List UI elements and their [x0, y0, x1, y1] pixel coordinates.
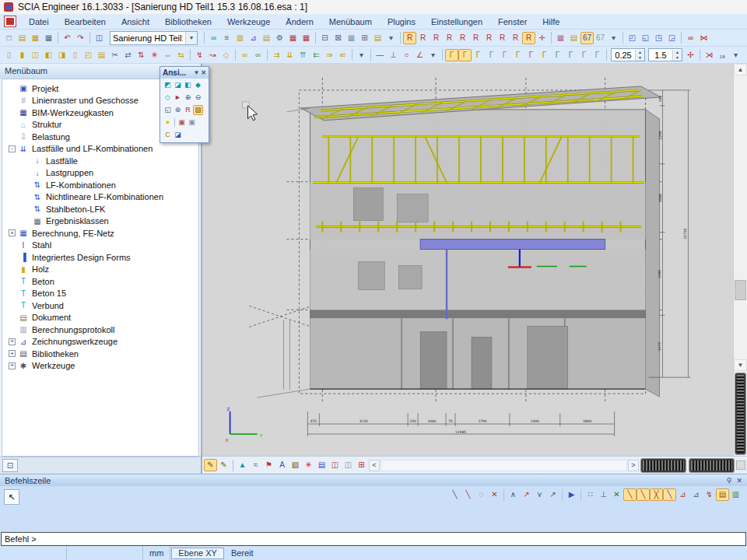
cursor-snap-icon[interactable]: ▶	[565, 488, 578, 501]
new-column-icon[interactable]: ▮	[16, 49, 29, 61]
snap-polar-icon[interactable]: ↯	[703, 488, 716, 501]
show-loads-icon[interactable]: ▧	[289, 459, 302, 471]
projection-b-icon[interactable]: ▣	[187, 117, 197, 128]
new-haunch-icon[interactable]: ▯	[68, 49, 82, 61]
calc-delete-icon[interactable]: R	[496, 32, 509, 44]
palette-close-icon[interactable]: ✕	[201, 69, 206, 76]
render-solid-icon[interactable]: ✎	[217, 459, 230, 471]
window-4-icon[interactable]: ◲	[665, 32, 679, 44]
toggle-view-b-icon[interactable]: 67	[594, 32, 607, 44]
node-branch-icon[interactable]: ⋎	[533, 488, 546, 501]
status-unit[interactable]: mm	[143, 546, 170, 560]
printer-icon[interactable]: ⊟	[318, 32, 331, 44]
show-supports-icon[interactable]: ⚑	[262, 459, 275, 471]
menu-item[interactable]: Hilfe	[535, 16, 567, 28]
free-dim-3-icon[interactable]: Γ	[472, 49, 485, 61]
tree-item[interactable]: T Verbund	[2, 299, 198, 312]
tree-item[interactable]: I Stahl	[2, 240, 198, 252]
show-volumes-icon[interactable]: ▲	[236, 459, 249, 471]
tree-item[interactable]: ▮ Holz	[2, 264, 198, 276]
ruler-icon[interactable]: ▤	[716, 488, 729, 501]
grid-dots-icon[interactable]: ∷	[584, 488, 597, 501]
tree-item[interactable]: - ⇊ Lastfälle und LF-Kombinationen	[2, 143, 198, 156]
view-perspective-icon[interactable]: ◇	[163, 93, 173, 103]
spin-down-icon[interactable]: ▼	[673, 55, 682, 61]
show-model-data-icon[interactable]: ✳	[302, 459, 315, 471]
snap-arc-icon[interactable]: ⊿	[689, 488, 703, 501]
node-top-icon[interactable]: ∧	[507, 488, 520, 501]
snap-orthogonal-icon[interactable]: ╲	[663, 488, 676, 501]
view-front-icon[interactable]: ◩	[163, 80, 173, 90]
save-results-icon[interactable]: ▦	[554, 32, 567, 44]
window-layout-icon[interactable]: ◫	[93, 32, 106, 44]
free-dim-12-icon[interactable]: Γ	[591, 49, 604, 61]
spin-down-icon[interactable]: ▼	[636, 55, 644, 61]
tree-tab-icon[interactable]: ⊡	[2, 459, 18, 472]
view-axonometric-icon[interactable]: ◆	[193, 80, 203, 90]
axo-arrow-icon[interactable]: ►	[173, 93, 183, 103]
new-plate-icon[interactable]: ▤	[95, 49, 108, 61]
document-icon[interactable]: ▤	[371, 32, 384, 44]
dim-line-icon[interactable]: —	[374, 49, 387, 61]
menu-item[interactable]: Plugins	[380, 16, 423, 28]
free-dim-6-icon[interactable]: Γ	[511, 49, 524, 61]
tree-expand-icon[interactable]: +	[9, 362, 16, 369]
scale-input[interactable]	[649, 50, 672, 61]
grid-perp-icon[interactable]: ⊥	[597, 488, 610, 501]
tree-item[interactable]: + ▤ Bibliotheken	[2, 348, 198, 360]
free-dim-4-icon[interactable]: Γ	[485, 49, 498, 61]
open-project-icon[interactable]: ▤	[16, 32, 29, 44]
render-wireframe-icon[interactable]: ✎	[204, 459, 217, 471]
spin-up-icon[interactable]: ▲	[673, 50, 682, 55]
menu-item[interactable]: Ändern	[278, 16, 321, 28]
pair-array-icon[interactable]: ⇚	[336, 49, 349, 61]
tree-expand-icon[interactable]: +	[9, 338, 16, 345]
new-rafter-icon[interactable]: ◫	[29, 49, 42, 61]
close-icon[interactable]: ✕	[736, 477, 742, 485]
zoom-all-icon[interactable]: ⊛	[173, 105, 183, 115]
tree-item[interactable]: ▦ Ergebnisklassen	[2, 215, 198, 228]
gallery-icon[interactable]: ⊞	[358, 32, 371, 44]
calc-hidden-icon[interactable]: R	[430, 32, 443, 44]
menu-item[interactable]: Menübaum	[321, 16, 380, 28]
scroll-up-icon[interactable]: ▲	[734, 64, 747, 75]
light-bulb-icon[interactable]: ●	[163, 117, 173, 128]
save-all-icon[interactable]: ▦	[29, 32, 42, 44]
menu-item[interactable]: Bearbeiten	[57, 16, 114, 28]
free-dim-7-icon[interactable]: Γ	[524, 49, 538, 61]
tree-item[interactable]: ▥ Berechnungsprotokoll	[2, 324, 198, 336]
copy-binding-icon[interactable]: ∞	[238, 49, 251, 61]
table-results-icon[interactable]: ▦	[300, 32, 313, 44]
cross-link-icon[interactable]: ⇆	[174, 49, 188, 61]
menu-item[interactable]: Einstellungen	[423, 16, 490, 28]
undo-icon[interactable]: ↶	[61, 32, 74, 44]
calc-single-icon[interactable]: R	[456, 32, 469, 44]
perspective-solid-icon[interactable]: ◪	[173, 130, 183, 140]
connect-members-icon[interactable]: ⇅	[135, 49, 148, 61]
tree-item[interactable]: ⇅ Nichtlineare LF-Kombinationen	[2, 191, 198, 204]
scale-spinner[interactable]: ▲▼	[648, 48, 682, 61]
tree-expand-icon[interactable]: +	[9, 229, 16, 236]
pair-move-icon[interactable]: ⇉	[270, 49, 283, 61]
ratio-icon[interactable]: ₁₈	[716, 49, 729, 61]
pair-copy-icon[interactable]: ⇊	[283, 49, 296, 61]
save-icon[interactable]: ▦	[42, 32, 55, 44]
new-project-icon[interactable]: □	[2, 32, 16, 44]
pin-icon[interactable]: ⚲	[727, 477, 732, 485]
free-dim-11-icon[interactable]: Γ	[577, 49, 591, 61]
toggle-view-a-icon[interactable]: 67	[580, 32, 594, 44]
unlink-icon[interactable]: ∞	[684, 32, 697, 44]
tree-item[interactable]: ↓ Lastgruppen	[2, 167, 198, 180]
show-labels-icon[interactable]: A	[275, 459, 289, 471]
cut-member-icon[interactable]: ✂	[108, 49, 121, 61]
calc-add-icon[interactable]: R	[509, 32, 522, 44]
move-binding-icon[interactable]: ∞	[251, 49, 265, 61]
horizontal-scroll-track[interactable]	[381, 460, 627, 471]
snap-intersection-icon[interactable]: ╳	[650, 488, 663, 501]
clipping-box-icon[interactable]: C	[163, 130, 173, 140]
pan-wheel-horizontal[interactable]	[641, 459, 686, 472]
snap-line-icon[interactable]: ╲	[448, 488, 461, 501]
activity-icon[interactable]: ▥	[233, 32, 247, 44]
tree-item[interactable]: ⇅ LF-Kombinationen	[2, 179, 198, 191]
tree-item[interactable]: ▐ Integriertes Design Forms	[2, 251, 198, 264]
